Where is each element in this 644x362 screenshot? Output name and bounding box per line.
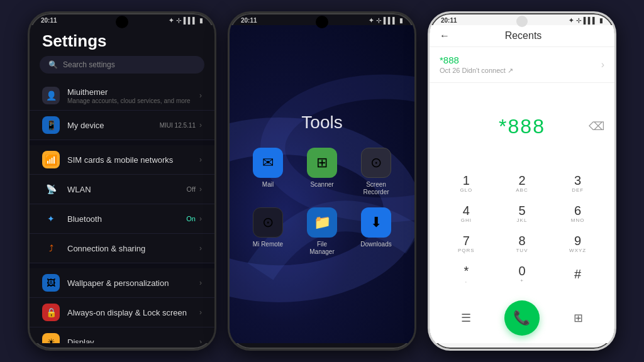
connection-title: Connection & sharing — [67, 244, 199, 253]
dial-key-hash[interactable]: # — [551, 260, 604, 288]
bluetooth-chevron: › — [199, 214, 202, 223]
tools-status-time: 20:11 — [241, 17, 257, 24]
settings-item-my-device[interactable]: 📱 My device MIUI 12.5.11 › — [30, 111, 214, 140]
dial-sub-6: MNO — [571, 217, 585, 223]
app-screen-recorder[interactable]: ⊙ ScreenRecorder — [355, 148, 397, 196]
settings-item-bluetooth[interactable]: ✦ Bluetooth On › — [30, 204, 214, 234]
recent-number: *888 — [440, 55, 513, 65]
dial-key-0[interactable]: 0 + — [496, 260, 549, 288]
screen-recorder-icon: ⊙ — [361, 148, 391, 178]
sim-icon: 📶 — [42, 151, 60, 168]
mail-icon: ✉ — [253, 148, 283, 178]
backspace-button[interactable]: ⌫ — [589, 119, 604, 133]
mail-label: Mail — [262, 181, 274, 189]
screen-recorder-label: ScreenRecorder — [363, 181, 389, 196]
always-on-icon: 🔒 — [42, 304, 60, 321]
wallpaper-icon: 🖼 — [42, 274, 60, 292]
dial-num-star: * — [464, 265, 469, 277]
dial-key-8[interactable]: 8 TUV — [496, 230, 549, 258]
apps-grid: ✉ Mail ⊞ Scanner ⊙ ScreenRecorder ⊙ Mi R… — [247, 148, 397, 256]
connection-chevron: › — [199, 244, 202, 253]
display-icon: ☀ — [42, 333, 60, 343]
miuithemer-title: Miuithemer — [67, 87, 199, 97]
app-file-manager[interactable]: 📁 FileManager — [301, 207, 343, 256]
dial-sub-1: GLO — [460, 187, 472, 193]
dial-key-3[interactable]: 3 DEF — [551, 170, 604, 197]
dial-key-4[interactable]: 4 GHI — [440, 200, 493, 228]
settings-title: Settings — [30, 25, 214, 56]
recent-detail: Oct 26 Didn't connect ↗ — [440, 67, 513, 75]
wlan-title: WLAN — [67, 185, 187, 194]
dial-key-9[interactable]: 9 WXYZ — [551, 230, 604, 258]
dial-key-6[interactable]: 6 MNO — [551, 200, 604, 228]
phone-settings: 20:11 ✦ ⊹ ▌▌▌ ▮ Settings 🔍 Search settin… — [28, 11, 216, 351]
search-bar[interactable]: 🔍 Search settings — [40, 56, 204, 74]
scanner-label: Scanner — [310, 181, 333, 189]
menu-button[interactable]: ☰ — [452, 304, 480, 332]
notch-tools — [316, 16, 328, 28]
app-mi-remote[interactable]: ⊙ Mi Remote — [247, 207, 289, 256]
dialer-bottom-bar: ☰ 📞 ⊞ — [430, 295, 614, 343]
wallpaper-title: Wallpaper & personalization — [67, 278, 199, 288]
recents-title: Recents — [457, 30, 589, 41]
dial-num-5: 5 — [518, 204, 525, 217]
bluetooth-icon: ✦ — [42, 210, 60, 228]
dial-num-1: 1 — [463, 174, 470, 187]
dial-key-5[interactable]: 5 JKL — [496, 200, 549, 228]
settings-item-sim[interactable]: 📶 SIM cards & mobile networks › — [30, 145, 214, 175]
dial-key-2[interactable]: 2 ABC — [496, 170, 549, 197]
search-placeholder: Search settings — [63, 60, 115, 69]
dial-number: *888 — [499, 115, 545, 138]
dial-sub-2: ABC — [516, 187, 528, 193]
settings-item-always-on[interactable]: 🔒 Always-on display & Lock screen › — [30, 298, 214, 327]
display-title: Display — [67, 337, 199, 344]
my-device-chevron: › — [199, 121, 202, 129]
dial-num-7: 7 — [463, 234, 470, 247]
settings-item-miuithemer[interactable]: 👤 Miuithemer Manage accounts, cloud serv… — [30, 81, 214, 111]
sim-chevron: › — [199, 155, 202, 164]
settings-item-display[interactable]: ☀ Display › — [30, 327, 214, 343]
dial-num-0: 0 — [518, 265, 525, 277]
dial-key-star[interactable]: * , — [440, 260, 493, 288]
spacer-1 — [30, 140, 214, 145]
dial-num-8: 8 — [518, 234, 525, 247]
my-device-icon: 📱 — [42, 116, 60, 134]
file-manager-label: FileManager — [309, 241, 334, 256]
always-on-chevron: › — [199, 308, 202, 317]
wallpaper-chevron: › — [199, 278, 202, 287]
dialpad-row-3: 7 PQRS 8 TUV 9 WXYZ — [440, 230, 604, 258]
dial-key-7[interactable]: 7 PQRS — [440, 230, 493, 258]
dial-num-9: 9 — [574, 234, 581, 247]
wlan-icon: 📡 — [42, 180, 60, 198]
dialer-header: ← Recents — [430, 25, 614, 47]
app-mail[interactable]: ✉ Mail — [247, 148, 289, 196]
phone-dialer: 20:11 ✦ ⊹ ▌▌▌ ▮ ← Recents *888 Oct 26 Di… — [428, 11, 616, 351]
miuithemer-icon: 👤 — [42, 87, 60, 104]
tools-title: Tools — [301, 112, 342, 133]
mi-remote-label: Mi Remote — [253, 241, 283, 248]
back-button[interactable]: ← — [440, 30, 450, 41]
search-icon: 🔍 — [48, 60, 58, 69]
dial-sub-4: GHI — [461, 217, 472, 223]
settings-item-connection[interactable]: ⤴ Connection & sharing › — [30, 234, 214, 263]
recent-call-item[interactable]: *888 Oct 26 Didn't connect ↗ › — [430, 47, 614, 83]
file-manager-icon: 📁 — [307, 207, 337, 238]
dial-sub-star: , — [465, 278, 467, 283]
app-downloads[interactable]: ⬇ Downloads — [355, 207, 397, 256]
dial-key-1[interactable]: 1 GLO — [440, 170, 493, 197]
notch — [116, 16, 128, 28]
call-button[interactable]: 📞 — [504, 300, 540, 336]
my-device-badge: MIUI 12.5.11 — [160, 122, 196, 129]
dialpad-button[interactable]: ⊞ — [564, 304, 592, 332]
settings-item-wallpaper[interactable]: 🖼 Wallpaper & personalization › — [30, 268, 214, 298]
display-chevron: › — [199, 337, 202, 343]
my-device-title: My device — [67, 121, 160, 130]
dialer-screen: ← Recents *888 Oct 26 Didn't connect ↗ ›… — [430, 25, 614, 343]
wlan-toggle: Off — [187, 185, 196, 193]
app-scanner[interactable]: ⊞ Scanner — [301, 148, 343, 196]
dial-sub-3: DEF — [572, 187, 584, 193]
dialpad-row-2: 4 GHI 5 JKL 6 MNO — [440, 200, 604, 228]
settings-item-wlan[interactable]: 📡 WLAN Off › — [30, 175, 214, 204]
scanner-icon: ⊞ — [307, 148, 337, 178]
dial-sub-7: PQRS — [458, 248, 475, 253]
